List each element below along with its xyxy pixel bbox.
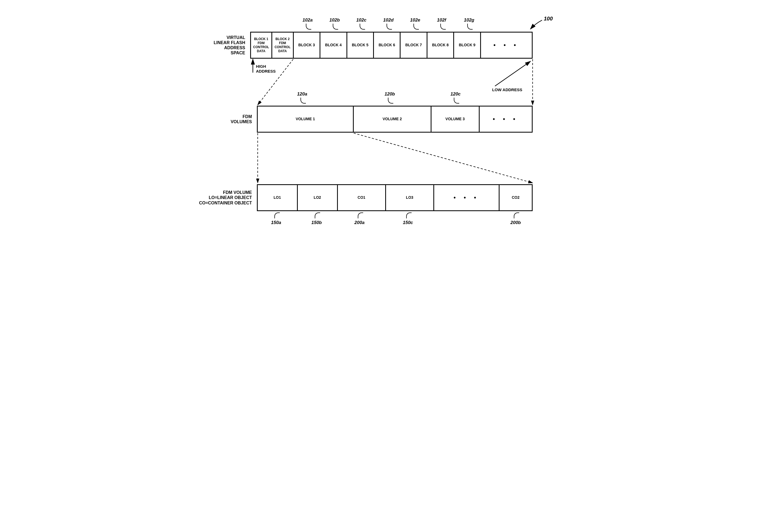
- row-address-space: VIRTUAL LINEAR FLASH ADDRESS SPACE BLOCK…: [199, 32, 533, 59]
- curve-icon: [413, 24, 419, 30]
- curve-icon: [274, 212, 280, 218]
- high-address-label: HIGH ADDRESS: [256, 64, 276, 74]
- cell-volume3: VOLUME 3: [432, 106, 480, 132]
- cell-block8: BLOCK 8: [428, 32, 454, 58]
- curve-icon: [440, 24, 446, 30]
- cell-lo1: LO1: [258, 185, 298, 210]
- curve-icon: [315, 212, 320, 218]
- figure-ref: 100: [544, 16, 553, 22]
- curve-icon: [454, 98, 459, 103]
- svg-line-3: [495, 61, 530, 86]
- cell-ellipsis: • • •: [434, 185, 500, 210]
- row2-label: FDM VOLUMES: [199, 114, 257, 124]
- callout-120c: 120c: [450, 91, 461, 97]
- cell-block3: BLOCK 3: [294, 32, 321, 58]
- curve-icon: [406, 212, 412, 218]
- curve-icon: [467, 24, 473, 30]
- svg-line-5: [354, 133, 533, 183]
- callout-102f: 102f: [437, 18, 446, 23]
- cell-block1: BLOCK 1 FDM CONTROL DATA: [251, 32, 272, 58]
- cell-block9: BLOCK 9: [454, 32, 481, 58]
- row-fdm-volumes: FDM VOLUMES VOLUME 1 VOLUME 2 VOLUME 3 •…: [199, 106, 533, 133]
- cell-lo3: LO3: [386, 185, 434, 210]
- callout-102a: 102a: [303, 18, 313, 23]
- callout-150b: 150b: [312, 220, 322, 225]
- callout-102e: 102e: [410, 18, 421, 23]
- curve-icon: [306, 24, 311, 30]
- cell-block5: BLOCK 5: [347, 32, 374, 58]
- callout-200b: 200b: [510, 220, 521, 225]
- cell-block7: BLOCK 7: [400, 32, 427, 58]
- callout-102d: 102d: [383, 18, 394, 23]
- callout-102b: 102b: [329, 18, 340, 23]
- callout-102c: 102c: [356, 18, 367, 23]
- cell-volume2: VOLUME 2: [354, 106, 431, 132]
- row1-strip: BLOCK 1 FDM CONTROL DATA BLOCK 2 FDM CON…: [250, 32, 533, 59]
- row-fdm-volume-objects: FDM VOLUME LO=LINEAR OBJECT CO=CONTAINER…: [199, 184, 533, 211]
- curve-icon: [360, 24, 365, 30]
- cell-block6: BLOCK 6: [374, 32, 400, 58]
- cell-ellipsis: • • •: [480, 106, 532, 132]
- cell-co2: CO2: [499, 185, 532, 210]
- low-address-label: LOW ADDRESS: [492, 88, 522, 92]
- cell-lo2: LO2: [298, 185, 338, 210]
- cell-ellipsis: • • •: [481, 32, 532, 58]
- cell-block2: BLOCK 2 FDM CONTROL DATA: [272, 32, 294, 58]
- callout-150c: 150c: [403, 220, 413, 225]
- cell-volume1: VOLUME 1: [258, 106, 354, 132]
- callout-120a: 120a: [297, 91, 308, 97]
- curve-icon: [301, 98, 306, 103]
- callout-200a: 200a: [355, 220, 365, 225]
- curve-icon: [388, 98, 393, 103]
- callout-102g: 102g: [464, 18, 475, 23]
- diagram-root: 100 102a 102b 102c 102d 102e 102f 102g V…: [199, 11, 562, 253]
- row3-label: FDM VOLUME LO=LINEAR OBJECT CO=CONTAINER…: [199, 190, 257, 206]
- cell-block4: BLOCK 4: [321, 32, 347, 58]
- row1-label: VIRTUAL LINEAR FLASH ADDRESS SPACE: [199, 35, 250, 56]
- curve-icon: [358, 212, 363, 218]
- callout-150a: 150a: [271, 220, 281, 225]
- curve-icon: [386, 24, 392, 30]
- row3-strip: LO1 LO2 CO1 LO3 • • • CO2: [257, 184, 533, 211]
- curve-icon: [333, 24, 338, 30]
- curve-icon: [514, 212, 519, 218]
- row2-strip: VOLUME 1 VOLUME 2 VOLUME 3 • • •: [257, 106, 533, 133]
- cell-co1: CO1: [338, 185, 386, 210]
- callout-120b: 120b: [385, 91, 395, 97]
